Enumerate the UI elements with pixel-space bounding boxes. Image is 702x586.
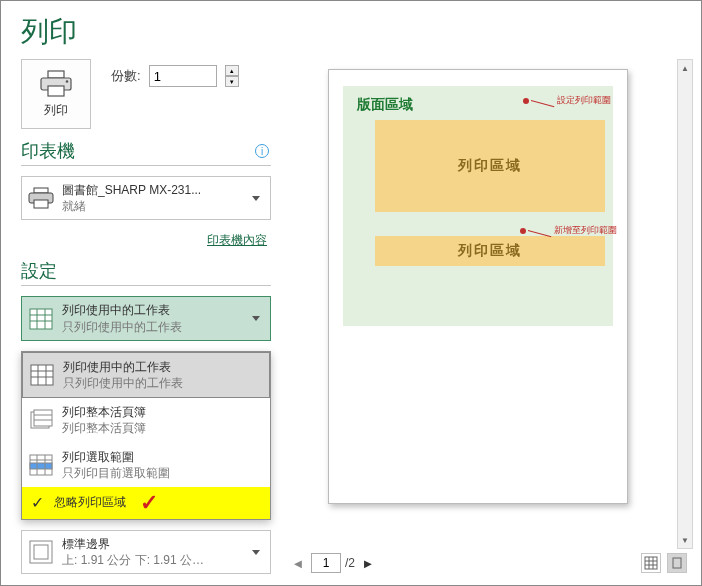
vertical-scrollbar[interactable]: ▲ ▼	[677, 59, 693, 549]
callout-1: 設定列印範圍	[523, 94, 611, 107]
svg-rect-26	[30, 541, 52, 563]
svg-rect-0	[48, 71, 64, 78]
option-ignore-print-area[interactable]: ✓ 忽略列印區域 ✓	[22, 487, 270, 519]
printer-dropdown-text: 圖書館_SHARP MX-231... 就緒	[62, 182, 240, 214]
settings-section-header: 設定	[21, 259, 271, 286]
scroll-up[interactable]: ▲	[678, 60, 692, 76]
copies-row: 份數: ▲ ▼	[111, 65, 239, 87]
margins-icon	[28, 539, 54, 565]
next-page-button[interactable]: ►	[359, 554, 377, 572]
svg-rect-22	[30, 463, 52, 469]
workbook-icon	[28, 407, 54, 433]
page-total: /2	[345, 556, 355, 570]
scroll-track[interactable]	[678, 76, 692, 532]
chevron-down-icon	[252, 550, 260, 555]
svg-point-3	[66, 80, 69, 83]
svg-rect-18	[34, 410, 52, 426]
option-selection[interactable]: 列印選取範圍 只列印目前選取範圍	[22, 443, 270, 487]
red-annotation-check: ✓	[140, 490, 158, 516]
svg-rect-2	[48, 86, 64, 96]
printer-device-icon	[28, 185, 54, 211]
copies-label: 份數:	[111, 67, 141, 85]
print-zone-2: 列印區域	[375, 236, 605, 266]
print-button[interactable]: 列印	[21, 59, 91, 129]
print-what-selected-text: 列印使用中的工作表 只列印使用中的工作表	[62, 302, 240, 334]
sheet-icon	[29, 362, 55, 388]
page-title: 列印	[1, 1, 701, 59]
chevron-down-icon	[252, 196, 260, 201]
option-entire-workbook[interactable]: 列印整本活頁簿 列印整本活頁簿	[22, 398, 270, 442]
copies-down[interactable]: ▼	[225, 76, 239, 87]
callout-2: 新增至列印範圍	[520, 224, 617, 237]
copies-input[interactable]	[149, 65, 217, 87]
show-margins-button[interactable]	[641, 553, 661, 573]
left-panel: 列印 份數: ▲ ▼ 印表機 i	[21, 59, 271, 577]
option-active-sheets[interactable]: 列印使用中的工作表 只列印使用中的工作表	[22, 352, 270, 398]
main-area: 列印 份數: ▲ ▼ 印表機 i	[1, 59, 701, 585]
sheet-icon	[28, 306, 54, 332]
svg-rect-28	[645, 557, 657, 569]
svg-rect-6	[34, 200, 48, 208]
preview-page: 版面區域 設定列印範圍 列印區域 新增至列印範圍 列印區域	[328, 69, 628, 504]
printer-icon	[39, 70, 73, 98]
print-what-options-list: 列印使用中的工作表 只列印使用中的工作表 列印整本活頁簿 列印整本活頁簿	[21, 351, 271, 520]
scroll-down[interactable]: ▼	[678, 532, 692, 548]
chevron-down-icon	[252, 316, 260, 321]
svg-rect-4	[34, 188, 48, 193]
grid-icon	[644, 556, 658, 570]
printer-dropdown[interactable]: 圖書館_SHARP MX-231... 就緒	[21, 176, 271, 220]
copies-spinner: ▲ ▼	[225, 65, 239, 87]
printer-properties-link[interactable]: 印表機內容	[21, 230, 271, 249]
info-icon[interactable]: i	[255, 144, 269, 158]
page-fit-icon	[670, 556, 684, 570]
margins-dropdown[interactable]: 標準邊界 上: 1.91 公分 下: 1.91 公…	[21, 530, 271, 574]
zoom-to-page-button[interactable]	[667, 553, 687, 573]
selection-icon	[28, 452, 54, 478]
preview-area: 版面區域 設定列印範圍 列印區域 新增至列印範圍 列印區域	[283, 59, 673, 549]
page-number-input[interactable]	[311, 553, 341, 573]
copies-up[interactable]: ▲	[225, 65, 239, 76]
print-button-label: 列印	[44, 102, 68, 119]
page-navigation: ◄ /2 ►	[283, 549, 693, 577]
print-row: 列印 份數: ▲ ▼	[21, 59, 271, 129]
svg-rect-12	[31, 365, 53, 385]
svg-rect-7	[30, 309, 52, 329]
prev-page-button[interactable]: ◄	[289, 554, 307, 572]
print-what-dropdown[interactable]: 列印使用中的工作表 只列印使用中的工作表	[21, 296, 271, 340]
print-zone-1: 列印區域	[375, 120, 605, 212]
svg-rect-33	[673, 558, 681, 568]
printer-section-header: 印表機 i	[21, 139, 271, 166]
preview-panel: 版面區域 設定列印範圍 列印區域 新增至列印範圍 列印區域 ▲ ▼	[283, 59, 693, 577]
checkmark-icon: ✓	[28, 493, 46, 512]
page-content-region: 版面區域 設定列印範圍 列印區域 新增至列印範圍 列印區域	[343, 86, 613, 326]
